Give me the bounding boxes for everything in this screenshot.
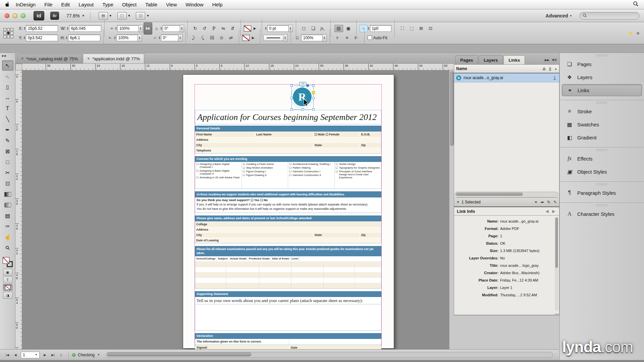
selection-handle[interactable] xyxy=(290,108,293,111)
corner-options-button[interactable]: ◻ xyxy=(300,25,308,32)
link-info-scrollbar[interactable] xyxy=(555,217,558,311)
name-column-header[interactable]: Name xyxy=(456,66,467,71)
page-number-select[interactable]: 1 ▼ xyxy=(21,352,40,358)
dock-item[interactable]: ❏ Pages xyxy=(562,58,642,70)
workspace-switcher[interactable]: Advanced ▾ xyxy=(546,13,572,18)
dock-item[interactable]: A Character Styles xyxy=(562,208,642,220)
relink-icon[interactable]: ⚭ xyxy=(534,200,538,204)
vertical-ruler[interactable]: 0612182430364248546066 xyxy=(15,70,22,349)
frame-fitting-icon[interactable]: ⌗ xyxy=(360,25,368,32)
panel-tab[interactable]: Links xyxy=(503,55,525,64)
previous-link-icon[interactable]: ◀ xyxy=(546,209,550,213)
link-page-number[interactable]: 1 xyxy=(553,75,557,80)
gradient-swatch-tool[interactable] xyxy=(2,189,13,199)
opacity-spin[interactable]: ▲▼ xyxy=(323,34,327,42)
rectangle-frame-tool[interactable]: ⊠ xyxy=(2,146,13,157)
screen-mode-normal-button[interactable]: ◨ xyxy=(3,292,12,299)
rotation-angle-field[interactable]: 0° xyxy=(163,25,180,32)
selection-handle-active[interactable] xyxy=(307,84,309,87)
x-position-field[interactable]: 25p5.52 xyxy=(26,25,58,32)
scrollbar-thumb[interactable] xyxy=(450,71,454,146)
stroke-swatch-arrow[interactable]: ▶ xyxy=(252,25,258,32)
line-tool[interactable]: ╲ xyxy=(2,114,13,124)
page-tool[interactable]: ▯ xyxy=(2,82,13,92)
page-view-icon[interactable]: ▯ xyxy=(58,353,64,357)
dock-item[interactable]: fx Effects xyxy=(562,153,642,165)
scale-y-spin[interactable]: ▲▼ xyxy=(138,34,142,42)
effects-fx-button[interactable]: fx, xyxy=(319,25,327,32)
direct-selection-tool[interactable]: ↖ xyxy=(2,71,13,81)
rotation-stepper[interactable]: ▲▼ xyxy=(160,27,162,30)
scale-y-stepper[interactable]: ▲▼ xyxy=(114,36,116,40)
arrange-documents-button[interactable]: ◫ ▼ xyxy=(136,12,149,19)
panel-tab[interactable]: Pages xyxy=(455,55,478,64)
rectangle-tool[interactable]: □ xyxy=(2,157,13,167)
menu-view[interactable]: View xyxy=(166,2,177,7)
document-tab[interactable]: × *application.indd @ 77% xyxy=(83,54,144,63)
dock-item[interactable]: ¶ Paragraph Styles xyxy=(562,187,642,199)
minimize-window-button[interactable] xyxy=(13,13,17,18)
menu-indesign[interactable]: InDesign xyxy=(16,2,36,7)
dock-drag-handle[interactable]: ||||||||| xyxy=(560,53,644,57)
dock-drag-handle[interactable]: ||||||||| xyxy=(560,147,644,152)
fill-swatch-arrow[interactable]: ▶ xyxy=(250,35,256,41)
selection-handle[interactable] xyxy=(312,97,315,99)
align-left-button[interactable]: ⊧ xyxy=(334,35,342,41)
expand-panel-icon[interactable]: ▶▶ xyxy=(0,53,15,60)
dock-item[interactable]: ⚭ Links xyxy=(562,84,642,96)
spotlight-search-icon[interactable] xyxy=(633,1,639,8)
h-stepper[interactable]: ▲▼ xyxy=(66,36,68,40)
previous-page-button[interactable]: ◀ xyxy=(13,353,18,357)
menu-table[interactable]: Table xyxy=(145,2,157,7)
dock-item[interactable]: ❖ Layers xyxy=(562,71,642,83)
scale-x-stepper[interactable]: ▲▼ xyxy=(115,27,117,30)
pencil-tool[interactable]: ✎ xyxy=(2,135,13,146)
scrollbar-thumb[interactable] xyxy=(456,192,523,196)
shear-stepper[interactable]: ▲▼ xyxy=(159,36,161,40)
edit-original-icon[interactable]: ✎ xyxy=(553,200,557,204)
hand-tool[interactable]: ☝ xyxy=(2,232,13,242)
fit-proportional-button[interactable]: ⊡ xyxy=(427,25,435,32)
select-content-button[interactable]: ⊙ xyxy=(218,35,226,41)
menu-type[interactable]: Type xyxy=(102,2,113,7)
flip-vertical-button[interactable]: ⇵ xyxy=(229,25,237,32)
ruler-origin-corner[interactable] xyxy=(15,64,22,70)
y-stepper[interactable]: ▲▼ xyxy=(23,36,25,40)
document-tab[interactable]: × *roux_catalog.indd @ 75% xyxy=(17,54,82,63)
center-content-button[interactable]: ⊞ xyxy=(417,25,425,32)
fill-swatch[interactable] xyxy=(3,257,9,264)
control-panel-menu-icon[interactable]: ≡ xyxy=(637,31,639,36)
close-window-button[interactable] xyxy=(5,13,9,18)
reference-point-proxy[interactable] xyxy=(3,28,13,38)
free-transform-tool[interactable]: ⊡ xyxy=(2,178,13,189)
menu-layout[interactable]: Layout xyxy=(78,2,94,7)
stroke-weight-spin[interactable]: ▲▼ xyxy=(289,25,293,32)
type-tool[interactable]: T xyxy=(2,103,13,114)
rotate-cw-button[interactable]: ↻ xyxy=(191,25,199,32)
selection-handle[interactable] xyxy=(312,108,315,111)
link-badge-icon[interactable]: ∞ xyxy=(299,82,307,86)
select-container-button[interactable]: 回 xyxy=(208,35,216,41)
auto-fit-checkbox[interactable] xyxy=(368,36,372,40)
menu-edit[interactable]: Edit xyxy=(61,2,70,7)
quick-apply-icon[interactable]: ⚡ xyxy=(627,31,633,36)
stroke-weight-stepper[interactable]: ▲▼ xyxy=(265,27,267,30)
opacity-field[interactable]: 100% xyxy=(301,35,323,41)
stroke-style-spin[interactable]: ▲▼ xyxy=(283,34,287,42)
dock-drag-handle[interactable]: ||||||||| xyxy=(560,182,644,186)
disclosure-triangle-icon[interactable]: ▼ xyxy=(457,200,460,204)
first-page-button[interactable]: |◀ xyxy=(5,353,10,357)
rotate-90ccw-button[interactable]: ⤹ xyxy=(199,35,207,41)
placed-logo-frame[interactable]: R ∞ xyxy=(291,85,314,110)
close-tab-icon[interactable]: × xyxy=(87,56,90,61)
frame-fit-gap-field[interactable]: 1p0 xyxy=(370,25,391,32)
dock-item[interactable]: ▦ Swatches xyxy=(562,118,642,130)
fit-gap-stepper[interactable]: ▲▼ xyxy=(368,27,370,30)
fill-color-none-swatch[interactable] xyxy=(242,35,250,41)
selection-handle[interactable] xyxy=(290,84,293,87)
menu-help[interactable]: Help xyxy=(212,2,223,7)
rotate-ccw-button[interactable]: ↺ xyxy=(201,25,209,32)
horizontal-scrollbar[interactable] xyxy=(106,352,553,358)
menu-object[interactable]: Object xyxy=(122,2,137,7)
page-column-icon[interactable]: ▯ xyxy=(549,67,551,71)
